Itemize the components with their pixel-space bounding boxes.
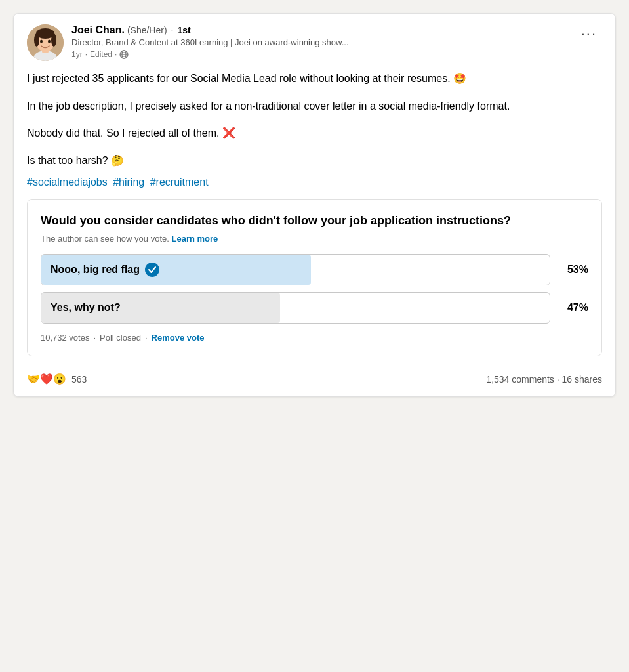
poll-option-2[interactable]: Yes, why not? 47% — [41, 292, 588, 324]
reactions-count: 563 — [71, 374, 87, 385]
svg-point-6 — [51, 33, 56, 47]
remove-vote-link[interactable]: Remove vote — [152, 333, 205, 343]
author-name[interactable]: Joei Chan. — [71, 24, 125, 36]
paragraph-1: I just rejected 35 applicants for our So… — [27, 70, 602, 87]
poll-question: Would you consider candidates who didn't… — [41, 213, 588, 229]
poll-footer: 10,732 votes · Poll closed · Remove vote — [41, 333, 588, 343]
hashtag-socialmediajobs[interactable]: #socialmediajobs — [27, 177, 108, 188]
hashtag-recruitment[interactable]: #recruitment — [150, 177, 209, 188]
poll-option-2-label: Yes, why not? — [51, 302, 121, 314]
shares-count: 16 shares — [562, 374, 602, 385]
hashtags: #socialmediajobs #hiring #recruitment — [27, 177, 602, 188]
poll-bar-2: Yes, why not? — [41, 292, 550, 324]
svg-point-5 — [34, 33, 39, 47]
more-options-button[interactable]: ··· — [576, 24, 602, 44]
reaction-emojis: 🤝 ❤️ 😮 — [27, 373, 66, 386]
reactions-bar: 🤝 ❤️ 😮 563 1,534 comments · 16 shares — [27, 366, 602, 386]
connection-degree: 1st — [177, 25, 190, 35]
paragraph-4: Is that too harsh? 🤔 — [27, 152, 602, 169]
poll-pct-1: 53% — [558, 264, 588, 276]
paragraph-2: In the job description, I precisely aske… — [27, 98, 602, 115]
post-content: I just rejected 35 applicants for our So… — [27, 70, 602, 169]
learn-more-link[interactable]: Learn more — [171, 234, 218, 243]
post-meta: 1yr · Edited · — [71, 50, 349, 59]
paragraph-3: Nobody did that. So I rejected all of th… — [27, 125, 602, 142]
poll-note: The author can see how you vote. Learn m… — [41, 234, 588, 243]
poll-container: Would you consider candidates who didn't… — [27, 199, 602, 356]
poll-bar-1: Nooo, big red flag — [41, 254, 550, 285]
author-name-line: Joei Chan. (She/Her) · 1st — [71, 24, 349, 36]
reactions-left: 🤝 ❤️ 😮 563 — [27, 373, 87, 386]
poll-votes: 10,732 votes — [41, 333, 89, 343]
post-header: Joei Chan. (She/Her) · 1st Director, Bra… — [27, 24, 602, 61]
comments-count[interactable]: 1,534 comments — [486, 374, 554, 385]
author-title: Director, Brand & Content at 360Learning… — [71, 37, 349, 49]
poll-status: Poll closed — [100, 333, 141, 343]
reactions-right: 1,534 comments · 16 shares — [486, 374, 602, 385]
post-card: Joei Chan. (She/Her) · 1st Director, Bra… — [13, 13, 616, 397]
hashtag-hiring[interactable]: #hiring — [113, 177, 144, 188]
post-header-left: Joei Chan. (She/Her) · 1st Director, Bra… — [27, 24, 349, 61]
svg-point-7 — [40, 40, 43, 43]
poll-pct-2: 47% — [558, 302, 588, 314]
avatar[interactable] — [27, 24, 64, 61]
selected-check-icon — [145, 262, 159, 277]
author-info: Joei Chan. (She/Her) · 1st Director, Bra… — [71, 24, 349, 59]
reaction-emoji-2: ❤️ — [40, 373, 53, 386]
reaction-emoji-1: 🤝 — [27, 373, 40, 386]
svg-point-8 — [48, 40, 51, 43]
poll-option-1-label: Nooo, big red flag — [51, 264, 140, 276]
poll-option-1[interactable]: Nooo, big red flag 53% — [41, 254, 588, 285]
reaction-emoji-3: 😮 — [53, 373, 66, 386]
globe-icon — [119, 50, 129, 59]
author-pronouns: (She/Her) — [127, 25, 167, 35]
